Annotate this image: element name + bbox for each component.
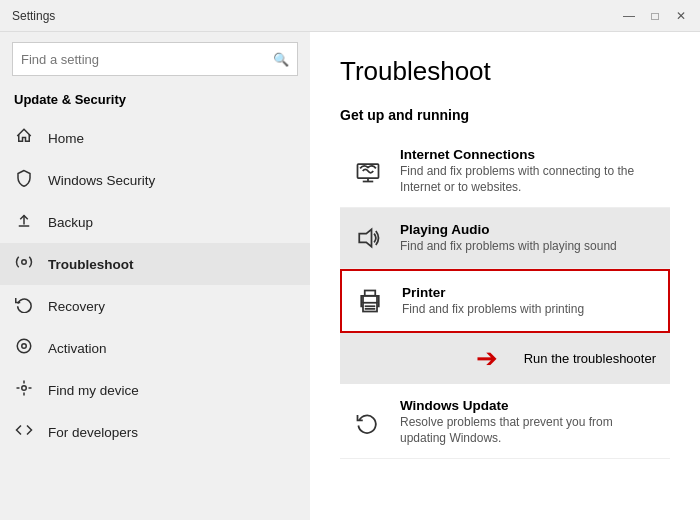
close-button[interactable]: ✕ bbox=[674, 9, 688, 23]
search-icon: 🔍 bbox=[273, 52, 289, 67]
titlebar-controls: — □ ✕ bbox=[622, 9, 688, 23]
svg-point-5 bbox=[22, 386, 27, 391]
svg-point-3 bbox=[17, 339, 31, 353]
sidebar: 🔍 Update & Security Home Windows Securit… bbox=[0, 32, 310, 520]
ts-item-printer[interactable]: Printer Find and fix problems with print… bbox=[340, 269, 670, 333]
ts-title-internet: Internet Connections bbox=[400, 147, 660, 162]
search-input[interactable] bbox=[21, 52, 273, 67]
printer-icon bbox=[352, 283, 388, 319]
sidebar-item-for-developers[interactable]: For developers bbox=[0, 411, 310, 453]
backup-icon bbox=[14, 211, 34, 233]
minimize-button[interactable]: — bbox=[622, 9, 636, 23]
sidebar-item-backup[interactable]: Backup bbox=[0, 201, 310, 243]
sidebar-section-title: Update & Security bbox=[0, 86, 310, 117]
ts-desc-windows-update: Resolve problems that prevent you from u… bbox=[400, 415, 660, 446]
sidebar-item-home[interactable]: Home bbox=[0, 117, 310, 159]
ts-title-printer: Printer bbox=[402, 285, 658, 300]
sidebar-item-label: Windows Security bbox=[48, 173, 155, 188]
ts-desc-internet: Find and fix problems with connecting to… bbox=[400, 164, 660, 195]
content-area: Troubleshoot Get up and running Internet… bbox=[310, 32, 700, 520]
ts-title-audio: Playing Audio bbox=[400, 222, 660, 237]
ts-text-printer: Printer Find and fix problems with print… bbox=[402, 285, 658, 318]
shield-icon bbox=[14, 169, 34, 191]
sidebar-item-find-device[interactable]: Find my device bbox=[0, 369, 310, 411]
windows-update-icon bbox=[350, 404, 386, 440]
ts-item-internet[interactable]: Internet Connections Find and fix proble… bbox=[340, 135, 670, 208]
sidebar-item-activation[interactable]: Activation bbox=[0, 327, 310, 369]
run-btn-row: ➔ Run the troubleshooter bbox=[340, 333, 670, 384]
home-icon bbox=[14, 127, 34, 149]
titlebar-title: Settings bbox=[12, 9, 55, 23]
maximize-button[interactable]: □ bbox=[648, 9, 662, 23]
sidebar-item-label: Activation bbox=[48, 341, 107, 356]
developers-icon bbox=[14, 421, 34, 443]
troubleshoot-icon bbox=[14, 253, 34, 275]
sidebar-item-label: Troubleshoot bbox=[48, 257, 134, 272]
ts-item-audio[interactable]: Playing Audio Find and fix problems with… bbox=[340, 208, 670, 269]
sidebar-item-label: Backup bbox=[48, 215, 93, 230]
ts-item-windows-update[interactable]: Windows Update Resolve problems that pre… bbox=[340, 386, 670, 459]
ts-desc-audio: Find and fix problems with playing sound bbox=[400, 239, 660, 255]
ts-text-windows-update: Windows Update Resolve problems that pre… bbox=[400, 398, 660, 446]
activation-icon bbox=[14, 337, 34, 359]
recovery-icon bbox=[14, 295, 34, 317]
find-device-icon bbox=[14, 379, 34, 401]
svg-point-4 bbox=[22, 344, 27, 349]
sidebar-item-label: Recovery bbox=[48, 299, 105, 314]
sidebar-item-troubleshoot[interactable]: Troubleshoot bbox=[0, 243, 310, 285]
page-title: Troubleshoot bbox=[340, 56, 670, 87]
arrow-icon: ➔ bbox=[476, 343, 498, 374]
search-box[interactable]: 🔍 bbox=[12, 42, 298, 76]
svg-marker-13 bbox=[359, 229, 371, 247]
ts-text-internet: Internet Connections Find and fix proble… bbox=[400, 147, 660, 195]
run-troubleshooter-button[interactable]: Run the troubleshooter bbox=[510, 343, 670, 374]
arrow-container: ➔ Run the troubleshooter bbox=[476, 343, 670, 374]
sidebar-item-label: Home bbox=[48, 131, 84, 146]
ts-text-audio: Playing Audio Find and fix problems with… bbox=[400, 222, 660, 255]
sidebar-item-recovery[interactable]: Recovery bbox=[0, 285, 310, 327]
ts-title-windows-update: Windows Update bbox=[400, 398, 660, 413]
internet-icon bbox=[350, 153, 386, 189]
section-heading: Get up and running bbox=[340, 107, 670, 123]
titlebar: Settings — □ ✕ bbox=[0, 0, 700, 32]
svg-rect-15 bbox=[365, 291, 376, 296]
sidebar-item-label: For developers bbox=[48, 425, 138, 440]
app-body: 🔍 Update & Security Home Windows Securit… bbox=[0, 32, 700, 520]
sidebar-item-windows-security[interactable]: Windows Security bbox=[0, 159, 310, 201]
ts-desc-printer: Find and fix problems with printing bbox=[402, 302, 658, 318]
svg-point-2 bbox=[22, 260, 27, 265]
audio-icon bbox=[350, 220, 386, 256]
sidebar-item-label: Find my device bbox=[48, 383, 139, 398]
